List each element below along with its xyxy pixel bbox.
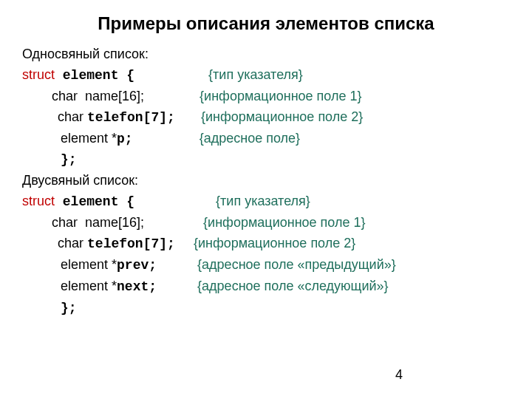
close-brace: }; [61,152,77,167]
comment: {информационное поле 1} [200,89,361,103]
comment: {адресное поле «следующий»} [197,279,388,293]
comment: {информационное поле 1} [203,215,365,230]
comment: {информационное поле 2} [201,109,363,124]
single-field3: element *p; {адресное поле} [22,129,510,150]
struct-keyword: struct [22,67,55,82]
page-number: 4 [395,367,403,383]
struct-comment: {тип указателя} [216,194,310,208]
struct-comment: {тип указателя} [208,67,303,82]
single-heading: Односвяный список: [22,44,510,65]
double-heading: Двусвяный список: [22,171,510,191]
slide-title: Примеры описания элементов списка [22,13,510,34]
single-close: }; [22,149,510,171]
double-close: }; [22,298,510,319]
gap [175,236,194,250]
gap [157,279,197,293]
gap [175,109,201,124]
gap [134,67,208,82]
code-mono: telefon[7]; [87,236,175,251]
gap [134,194,216,208]
double-struct-line: struct element { {тип указателя} [22,191,510,213]
code-pre: char [58,109,87,124]
gap [144,89,200,103]
single-struct-line: struct element { {тип указателя} [22,65,510,86]
double-field1: char name[16]; {информационное поле 1} [22,213,510,233]
single-field2: char telefon[7]; {информационное поле 2} [22,107,510,129]
code: char name[16]; [52,89,144,103]
double-field4: element *next; {адресное поле «следующий… [22,276,510,298]
code-mono: telefon[7]; [87,110,175,125]
comment: {информационное поле 2} [194,236,355,250]
struct-keyword: struct [22,194,55,208]
code-mono: p; [117,132,133,146]
code-mono: next; [117,279,157,294]
close-brace: }; [61,301,77,316]
single-field1: char name[16]; {информационное поле 1} [22,86,510,107]
struct-decl: element { [55,194,134,209]
comment: {адресное поле «предыдущий»} [197,257,396,272]
code-pre: element * [61,279,117,293]
comment: {адресное поле} [200,131,300,146]
double-field2: char telefon[7]; {информационное поле 2} [22,233,510,255]
gap [133,131,200,146]
code-pre: element * [61,131,117,146]
slide: Примеры описания элементов списка Односв… [0,0,532,319]
gap [157,257,197,272]
code: char name[16]; [52,215,144,230]
code-mono: prev; [117,258,157,273]
gap [144,215,203,230]
struct-decl: element { [55,68,134,83]
code-pre: char [58,236,87,250]
double-field3: element *prev; {адресное поле «предыдущи… [22,255,510,276]
code-pre: element * [61,257,117,272]
